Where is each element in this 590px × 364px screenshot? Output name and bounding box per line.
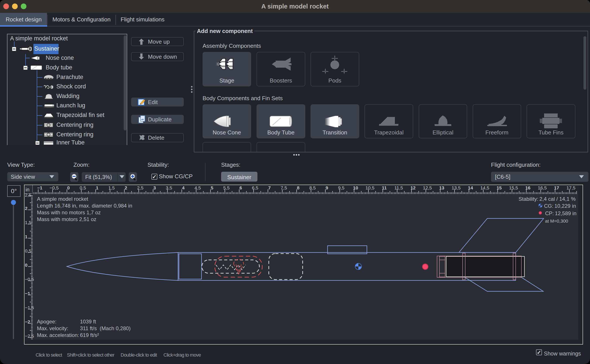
svg-text:10: 10 — [353, 185, 358, 190]
svg-text:3: 3 — [153, 185, 156, 190]
svg-text:0: 0 — [67, 185, 70, 190]
svg-text:4,5: 4,5 — [194, 185, 201, 190]
svg-text:15: 15 — [497, 185, 502, 190]
svg-text:1: 1 — [25, 234, 27, 239]
svg-text:7: 7 — [268, 185, 271, 190]
svg-text:−0,5: −0,5 — [25, 277, 34, 282]
svg-text:16: 16 — [525, 185, 530, 190]
svg-text:9: 9 — [326, 185, 328, 190]
svg-text:9,5: 9,5 — [338, 185, 344, 190]
svg-text:2,5: 2,5 — [137, 185, 143, 190]
svg-text:2,5: 2,5 — [25, 193, 31, 197]
svg-text:8,5: 8,5 — [309, 185, 316, 190]
svg-text:6: 6 — [240, 185, 242, 190]
svg-text:11,5: 11,5 — [395, 185, 403, 190]
svg-text:5,5: 5,5 — [223, 185, 229, 190]
svg-text:8: 8 — [297, 185, 300, 190]
svg-text:14: 14 — [468, 185, 473, 190]
svg-text:4: 4 — [182, 185, 185, 190]
svg-text:−1,5: −1,5 — [25, 305, 34, 310]
svg-text:16,5: 16,5 — [538, 185, 547, 190]
svg-text:0: 0 — [25, 262, 27, 267]
svg-text:13,5: 13,5 — [452, 185, 461, 190]
svg-text:6,5: 6,5 — [252, 185, 258, 190]
svg-text:2: 2 — [25, 206, 27, 211]
svg-text:3,5: 3,5 — [166, 185, 172, 190]
svg-text:12: 12 — [410, 185, 416, 190]
svg-text:11: 11 — [382, 185, 387, 190]
svg-text:17,5: 17,5 — [566, 185, 575, 190]
svg-text:−2,5: −2,5 — [25, 333, 34, 338]
svg-text:12,5: 12,5 — [423, 185, 432, 190]
svg-text:−1: −1 — [25, 291, 30, 296]
svg-text:1,5: 1,5 — [25, 220, 31, 225]
svg-text:14,5: 14,5 — [480, 185, 489, 190]
svg-text:10,5: 10,5 — [366, 185, 375, 190]
svg-text:1: 1 — [96, 185, 99, 190]
svg-text:0,5: 0,5 — [25, 248, 31, 253]
svg-text:−0,5: −0,5 — [50, 185, 59, 190]
svg-text:15,5: 15,5 — [509, 185, 518, 190]
svg-text:0,5: 0,5 — [80, 185, 86, 190]
svg-text:17: 17 — [554, 185, 559, 190]
svg-text:−2: −2 — [25, 319, 30, 324]
svg-text:1,5: 1,5 — [108, 185, 115, 190]
svg-text:7,5: 7,5 — [281, 185, 287, 190]
svg-text:−1: −1 — [37, 185, 42, 190]
svg-text:13: 13 — [439, 185, 444, 190]
svg-text:2: 2 — [125, 185, 127, 190]
svg-text:5: 5 — [211, 185, 213, 190]
